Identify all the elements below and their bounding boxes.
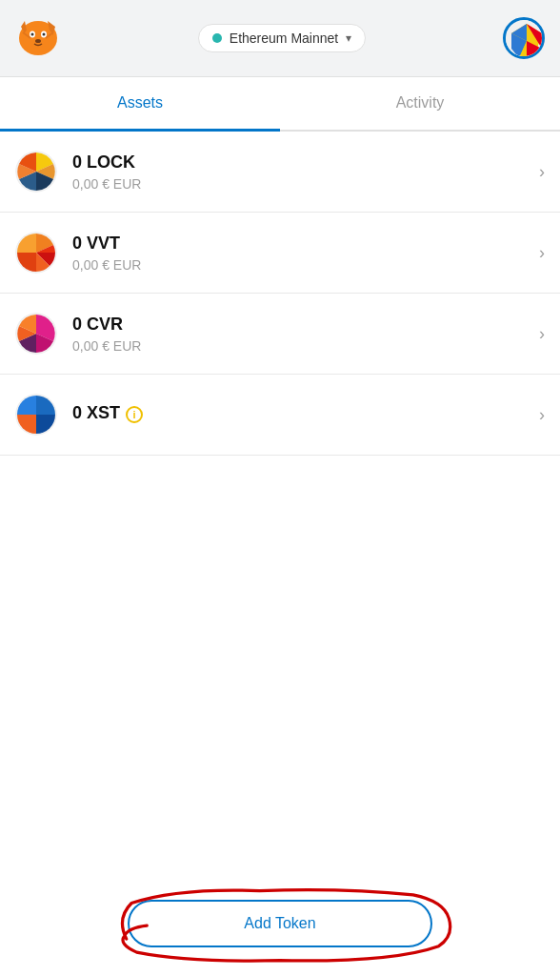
token-amount-vvt: 0 VVT xyxy=(72,234,539,254)
svg-point-7 xyxy=(43,33,46,36)
chevron-right-icon: › xyxy=(539,243,545,263)
add-token-button[interactable]: Add Token xyxy=(128,900,432,947)
token-item-vvt[interactable]: 0 VVT 0,00 € EUR › xyxy=(0,213,560,294)
token-info-cvr: 0 CVR 0,00 € EUR xyxy=(72,315,539,354)
chevron-right-icon: › xyxy=(539,324,545,344)
network-status-dot xyxy=(212,33,222,43)
chevron-right-icon: › xyxy=(539,162,545,182)
svg-point-6 xyxy=(31,33,34,36)
token-icon-cvr xyxy=(15,313,57,355)
network-selector[interactable]: Ethereum Mainnet ▾ xyxy=(198,24,366,52)
token-eur-lock: 0,00 € EUR xyxy=(72,176,539,192)
token-amount-xst: 0 XST xyxy=(72,403,120,423)
chevron-down-icon: ▾ xyxy=(346,31,351,45)
token-list: 0 LOCK 0,00 € EUR › 0 VVT 0,00 € EUR › xyxy=(0,132,560,871)
token-eur-vvt: 0,00 € EUR xyxy=(72,257,539,273)
token-icon-lock xyxy=(15,151,57,193)
token-item-xst[interactable]: 0 XST i › xyxy=(0,375,560,456)
token-info-xst: 0 XST i xyxy=(72,403,539,427)
header: Ethereum Mainnet ▾ xyxy=(0,0,560,77)
info-icon-xst[interactable]: i xyxy=(126,406,143,423)
tab-activity[interactable]: Activity xyxy=(280,77,560,132)
token-info-lock: 0 LOCK 0,00 € EUR xyxy=(72,152,539,192)
token-icon-vvt xyxy=(15,232,57,274)
svg-point-8 xyxy=(35,39,41,43)
token-amount-cvr: 0 CVR xyxy=(72,315,539,335)
token-amount-lock: 0 LOCK xyxy=(72,152,539,173)
add-token-wrapper: Add Token xyxy=(109,900,451,947)
chevron-right-icon: › xyxy=(539,405,545,425)
token-name-row-xst: 0 XST i xyxy=(72,403,539,427)
token-info-vvt: 0 VVT 0,00 € EUR xyxy=(72,234,539,273)
token-item-lock[interactable]: 0 LOCK 0,00 € EUR › xyxy=(0,132,560,213)
tabs-container: Assets Activity xyxy=(0,77,560,132)
token-item-cvr[interactable]: 0 CVR 0,00 € EUR › xyxy=(0,294,560,375)
token-eur-cvr: 0,00 € EUR xyxy=(72,338,539,354)
token-icon-xst xyxy=(15,394,57,436)
tab-assets[interactable]: Assets xyxy=(0,77,280,132)
add-token-area: Add Token xyxy=(0,871,560,976)
network-label: Ethereum Mainnet xyxy=(230,30,338,46)
avatar[interactable] xyxy=(503,17,545,59)
metamask-logo xyxy=(15,13,61,63)
